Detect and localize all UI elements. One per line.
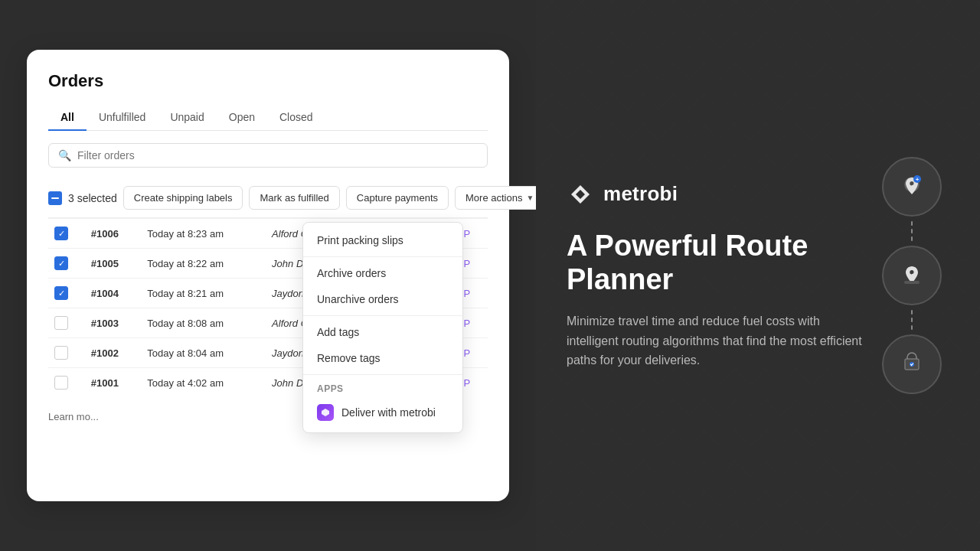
row-checkbox-1003[interactable] [54,316,68,330]
search-icon: 🔍 [58,149,71,161]
status-text: P [463,347,470,359]
search-bar: 🔍 [48,143,488,168]
order-id[interactable]: #1001 [85,368,141,398]
status-text: P [463,228,470,240]
svg-rect-3 [904,281,920,284]
order-id[interactable]: #1005 [85,249,141,279]
dropdown-add-tags[interactable]: Add tags [303,319,462,345]
route-dashes-2 [911,305,913,334]
tab-open[interactable]: Open [217,105,267,131]
route-icon-bottom [882,334,942,394]
order-id[interactable]: #1002 [85,338,141,368]
row-checkbox-1005[interactable]: ✓ [54,256,68,270]
route-dashes-1 [911,217,913,246]
dropdown-unarchive[interactable]: Unarchive orders [303,286,462,312]
order-time: Today at 8:04 am [141,338,266,368]
search-input[interactable] [77,149,478,161]
tab-all[interactable]: All [48,105,87,131]
left-panel: Orders All Unfulfilled Unpaid Open Close… [0,0,536,551]
order-id[interactable]: #1006 [85,219,141,249]
more-actions-btn[interactable]: More actions ▼ [455,186,544,210]
tab-unpaid[interactable]: Unpaid [158,105,216,131]
dropdown-divider [303,315,462,316]
dropdown-deliver-metrobi[interactable]: Deliver with metrobi [303,397,462,428]
tab-closed[interactable]: Closed [267,105,325,131]
mark-fulfilled-btn[interactable]: Mark as fulfilled [249,186,339,210]
metrobi-app-icon [317,404,334,421]
row-checkbox-1006[interactable]: ✓ [54,227,68,240]
headline: A Powerful Route Planner [567,230,888,296]
dropdown-divider [303,374,462,375]
order-time: Today at 4:02 am [141,368,266,398]
tab-unfulfilled[interactable]: Unfulfilled [87,105,158,131]
right-panel: + metrobi [536,0,980,551]
capture-payments-btn[interactable]: Capture payments [346,186,449,210]
order-time: Today at 8:21 am [141,279,266,308]
dropdown-apps-section: APPS [303,378,462,397]
order-time: Today at 8:08 am [141,308,266,338]
row-checkbox-1001[interactable] [54,376,68,390]
create-shipping-btn[interactable]: Create shipping labels [123,186,243,210]
metrobi-logo-text: metrobi [603,182,678,206]
selected-count: 3 selected [68,192,117,204]
subtext: Minimize travel time and reduce fuel cos… [567,311,873,370]
row-checkbox-1004[interactable]: ✓ [54,286,68,300]
dropdown-print-packing[interactable]: Print packing slips [303,227,462,253]
order-id[interactable]: #1003 [85,308,141,338]
metrobi-logo-icon [567,181,594,208]
dropdown-archive[interactable]: Archive orders [303,260,462,286]
metrobi-logo: metrobi [567,181,934,208]
select-all-checkbox[interactable] [48,191,62,205]
order-id[interactable]: #1004 [85,279,141,308]
chevron-down-icon: ▼ [526,194,534,202]
dropdown-menu: Print packing slips Archive orders Unarc… [302,222,463,433]
orders-card: Orders All Unfulfilled Unpaid Open Close… [27,50,509,501]
order-time: Today at 8:23 am [141,219,266,249]
dropdown-remove-tags[interactable]: Remove tags [303,345,462,371]
status-text: P [463,377,470,389]
route-icon-mid [882,246,942,305]
order-time: Today at 8:22 am [141,249,266,279]
status-text: P [463,288,470,299]
status-text: P [463,318,470,329]
tabs: All Unfulfilled Unpaid Open Closed [48,105,488,131]
action-bar: 3 selected Create shipping labels Mark a… [48,178,488,218]
dropdown-divider [303,256,462,257]
status-text: P [463,258,470,269]
row-checkbox-1002[interactable] [54,346,68,360]
card-title: Orders [48,71,488,91]
deliver-metrobi-label: Deliver with metrobi [341,406,436,419]
